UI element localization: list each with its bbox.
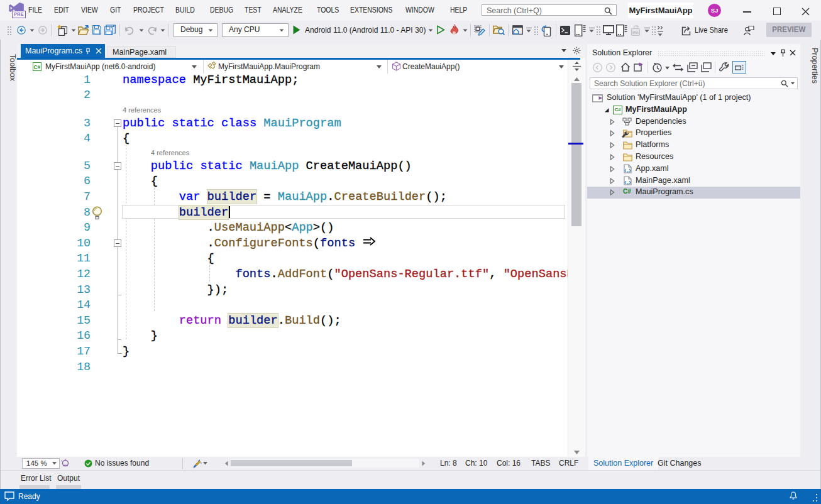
svg-text:IPA: IPA (632, 31, 639, 35)
